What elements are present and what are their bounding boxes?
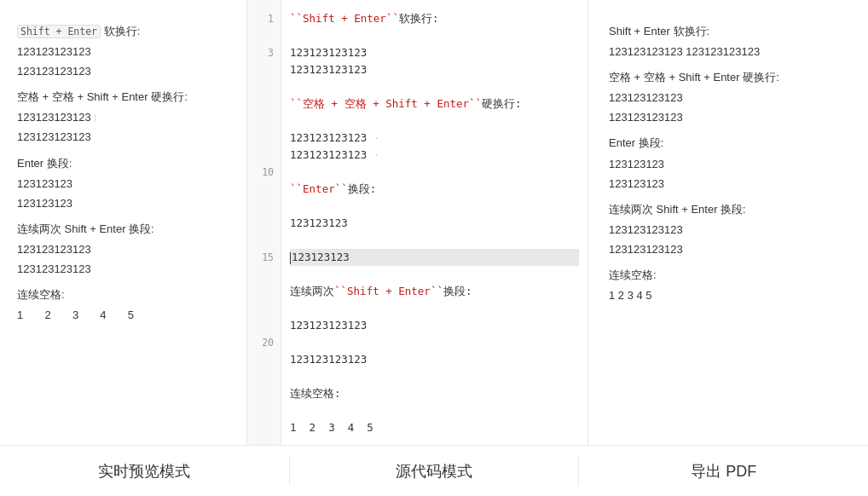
ln-12 <box>247 198 281 215</box>
right-panel: Shift + Enter 软换行: 123123123123 12312312… <box>588 0 868 445</box>
pdf-content-5-1: 1 2 3 4 5 <box>609 286 851 305</box>
ln-25 <box>247 419 281 436</box>
code-line-26 <box>290 436 579 445</box>
code-line-1: ``Shift + Enter``软换行: <box>290 10 579 27</box>
content-line-1-2: 123123123123 <box>17 62 229 81</box>
code-line-16 <box>290 266 579 283</box>
ln-5 <box>247 78 281 95</box>
code-line-23: 连续空格: <box>290 385 579 402</box>
pdf-content-3-1: 123123123 <box>609 155 851 174</box>
ln-7 <box>247 112 281 130</box>
content-line-4-1: 123123123123 <box>17 240 229 259</box>
ln-17 <box>247 283 281 300</box>
ln-4 <box>247 61 281 78</box>
code-editor[interactable]: 1 3 10 15 20 <box>247 0 587 445</box>
pdf-section-3-title: Enter 换段: <box>609 134 851 153</box>
code-line-17: 连续两次``Shift + Enter``换段: <box>290 283 579 300</box>
code-line-21: 123123123123 <box>290 351 579 368</box>
code-line-20 <box>290 334 579 351</box>
pdf-content-1-1: 123123123123 123123123123 <box>609 43 851 61</box>
content-line-1-1: 123123123123 <box>17 43 229 61</box>
code-line-3: 123123123123 <box>290 44 579 61</box>
code-line-14 <box>290 232 579 249</box>
code-line-15: 123123123 <box>290 249 579 266</box>
section-hard-break: 空格 + 空格 + Shift + Enter 硬换行: 12312312312… <box>17 88 229 147</box>
code-line-25: 1 2 3 4 5 <box>290 419 579 436</box>
footer: 实时预览模式 源代码模式 导出 PDF <box>0 445 868 496</box>
code-line-5 <box>290 78 579 95</box>
code-line-11: ``Enter``换段: <box>290 181 579 198</box>
ln-10: 10 <box>247 164 281 181</box>
footer-source-label: 源代码模式 <box>290 461 579 482</box>
pdf-content-4-1: 123123123123 <box>609 221 851 239</box>
ln-24 <box>247 402 281 419</box>
ln-23 <box>247 385 281 402</box>
code-content-area[interactable]: ``Shift + Enter``软换行: 123123123123 12312… <box>281 0 587 445</box>
ln-3: 3 <box>247 44 281 61</box>
pdf-section-5: 连续空格: 1 2 3 4 5 <box>609 266 851 305</box>
section-enter-para: Enter 换段: 123123123 123123123 <box>17 154 229 213</box>
ln-16 <box>247 266 281 283</box>
code-line-22 <box>290 368 579 385</box>
section-2-title: 空格 + 空格 + Shift + Enter 硬换行: <box>17 88 229 107</box>
ln-18 <box>247 300 281 317</box>
section-3-title: Enter 换段: <box>17 154 229 173</box>
pdf-content-2-2: 123123123123 <box>609 108 851 127</box>
ln-26 <box>247 436 281 445</box>
content-line-3-1: 123123123 <box>17 175 229 193</box>
pdf-content-3-2: 123123123 <box>609 175 851 193</box>
code-line-2 <box>290 27 579 44</box>
code-line-18 <box>290 300 579 317</box>
code-line-24 <box>290 402 579 419</box>
pdf-section-3: Enter 换段: 123123123 123123123 <box>609 134 851 193</box>
content-line-5-1: 1 2 3 4 5 <box>17 306 229 325</box>
pdf-section-4: 连续两次 Shift + Enter 换段: 123123123123 1231… <box>609 200 851 259</box>
section-5-title: 连续空格: <box>17 285 229 304</box>
middle-panel[interactable]: 1 3 10 15 20 <box>247 0 588 445</box>
code-badge-shift-enter: Shift + Enter <box>17 25 101 38</box>
code-line-19: 123123123123 <box>290 317 579 334</box>
pdf-section-5-title: 连续空格: <box>609 266 851 285</box>
pdf-section-1: Shift + Enter 软换行: 123123123123 12312312… <box>609 22 851 61</box>
footer-preview-label: 实时预览模式 <box>0 461 289 482</box>
content-line-4-2: 123123123123 <box>17 260 229 279</box>
main-content: Shift + Enter Shift + Enter 软换行: 软换行: 12… <box>0 0 868 445</box>
ln-21 <box>247 351 281 368</box>
code-line-6: ``空格 + 空格 + Shift + Enter``硬换行: <box>290 95 579 112</box>
ln-11 <box>247 181 281 198</box>
code-line-7 <box>290 112 579 130</box>
ln-20: 20 <box>247 334 281 351</box>
ln-13 <box>247 215 281 232</box>
section-soft-break: Shift + Enter Shift + Enter 软换行: 软换行: 12… <box>17 22 229 81</box>
pdf-section-2-title: 空格 + 空格 + Shift + Enter 硬换行: <box>609 68 851 87</box>
content-line-2-2: 123123123123 <box>17 128 229 147</box>
pdf-section-1-title: Shift + Enter 软换行: <box>609 22 851 41</box>
ln-6 <box>247 95 281 112</box>
ln-14 <box>247 232 281 249</box>
code-line-9: 123123123123 · <box>290 147 579 164</box>
ln-19 <box>247 317 281 334</box>
ln-2 <box>247 27 281 44</box>
left-panel: Shift + Enter Shift + Enter 软换行: 软换行: 12… <box>0 0 247 445</box>
ln-22 <box>247 368 281 385</box>
code-line-10 <box>290 164 579 181</box>
code-line-4: 123123123123 <box>290 61 579 78</box>
section-double-shift: 连续两次 Shift + Enter 换段: 123123123123 1231… <box>17 220 229 279</box>
content-line-3-2: 123123123 <box>17 194 229 213</box>
section-4-title: 连续两次 Shift + Enter 换段: <box>17 220 229 239</box>
code-line-8: 123123123123 · <box>290 130 579 147</box>
code-line-12 <box>290 198 579 215</box>
content-line-2-1: 123123123123 | <box>17 108 229 127</box>
line-numbers: 1 3 10 15 20 <box>247 0 281 445</box>
ln-15: 15 <box>247 249 281 266</box>
pdf-section-2: 空格 + 空格 + Shift + Enter 硬换行: 12312312312… <box>609 68 851 127</box>
ln-8 <box>247 130 281 147</box>
ln-9 <box>247 147 281 164</box>
section-spaces: 连续空格: 1 2 3 4 5 <box>17 285 229 325</box>
pdf-section-4-title: 连续两次 Shift + Enter 换段: <box>609 200 851 219</box>
section-1-title: Shift + Enter Shift + Enter 软换行: 软换行: <box>17 22 229 41</box>
footer-pdf-label: 导出 PDF <box>579 461 868 482</box>
code-line-13: 123123123 <box>290 215 579 232</box>
ln-1: 1 <box>247 10 281 27</box>
pdf-content-2-1: 123123123123 <box>609 89 851 107</box>
